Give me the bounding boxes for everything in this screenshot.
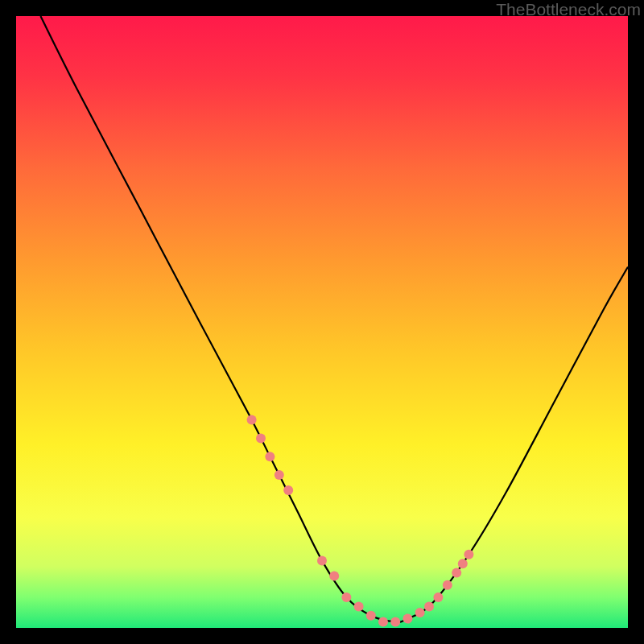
highlight-dot	[433, 592, 443, 602]
highlight-dot	[256, 433, 266, 443]
highlight-dot	[354, 601, 364, 611]
highlight-dot	[390, 617, 400, 626]
highlight-dot	[265, 452, 275, 461]
highlight-dot	[317, 555, 327, 565]
highlight-dot	[378, 617, 388, 626]
highlight-dot	[329, 571, 339, 580]
highlight-dot	[464, 550, 473, 559]
bottleneck-chart	[16, 16, 628, 628]
highlight-dot	[458, 559, 468, 568]
highlight-dot	[283, 485, 293, 495]
highlight-dot	[275, 470, 284, 480]
highlight-dot	[247, 415, 257, 425]
highlight-dot	[443, 580, 452, 590]
chart-background	[16, 16, 628, 628]
watermark-text: TheBottleneck.com	[496, 0, 641, 19]
highlight-dot	[424, 601, 434, 611]
highlight-dot	[452, 568, 461, 578]
highlight-dot	[341, 592, 351, 602]
highlight-dot	[415, 608, 425, 617]
highlight-dot	[366, 611, 376, 621]
highlight-dot	[402, 614, 412, 624]
chart-svg	[16, 16, 628, 628]
